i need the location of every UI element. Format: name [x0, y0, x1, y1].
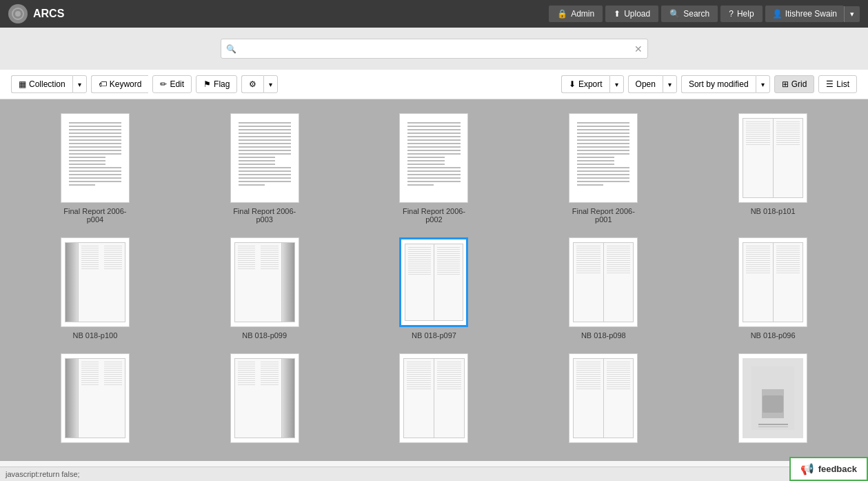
- grid-item[interactable]: Final Report 2006-p003: [190, 113, 339, 224]
- item-label: NB 018-p097: [412, 331, 456, 340]
- thumbnail[interactable]: [569, 353, 638, 443]
- thumbnail[interactable]: [399, 113, 468, 203]
- settings-caret[interactable]: ▾: [263, 75, 278, 93]
- search-clear-icon[interactable]: ✕: [634, 43, 643, 55]
- item-label: NB 018-p100: [72, 331, 117, 340]
- keyword-button[interactable]: 🏷 Keyword: [91, 75, 149, 93]
- grid-item[interactable]: [360, 353, 509, 447]
- edit-button[interactable]: ✏ Edit: [152, 75, 192, 93]
- open-dropdown: Open ▾: [628, 75, 677, 93]
- grid-item[interactable]: [21, 353, 170, 447]
- tag-icon: 🏷: [99, 79, 107, 89]
- grid-icon: ⊞: [782, 79, 789, 89]
- help-button[interactable]: ? Help: [720, 6, 762, 22]
- thumbnail[interactable]: [738, 237, 807, 327]
- grid-item[interactable]: NB 018-p099: [190, 237, 339, 340]
- export-caret[interactable]: ▾: [609, 75, 624, 93]
- svg-point-1: [15, 11, 21, 17]
- search-icon: 🔍: [669, 9, 680, 19]
- grid-item[interactable]: Final Report 2006-p004: [21, 113, 170, 224]
- main-content: Final Report 2006-p004 Final Report 2006…: [0, 99, 868, 461]
- navbar: ARCS 🔒 Admin ⬆ Upload 🔍 Search ? Help 👤 …: [0, 0, 868, 28]
- item-label: NB 018-p099: [242, 331, 287, 340]
- thumbnail[interactable]: [230, 353, 299, 443]
- toolbar: ▦ Collection ▾ 🏷 Keyword ✏ Edit ⚑ Flag ⚙…: [0, 70, 868, 99]
- search-input[interactable]: [221, 39, 648, 59]
- collection-icon: ▦: [19, 79, 26, 89]
- search-area: 🔍 ✕: [0, 28, 868, 70]
- thumbnail[interactable]: [230, 237, 299, 327]
- help-icon: ?: [729, 9, 734, 19]
- thumbnail[interactable]: [61, 353, 130, 443]
- sort-dropdown: Sort by modified ▾: [681, 75, 770, 93]
- thumbnail[interactable]: [399, 353, 468, 443]
- toolbar-left: ▦ Collection ▾ 🏷 Keyword ✏ Edit ⚑ Flag ⚙…: [11, 75, 278, 93]
- search-box: 🔍 ✕: [221, 39, 648, 59]
- brand: ARCS: [8, 4, 64, 23]
- collection-button[interactable]: ▦ Collection: [11, 75, 72, 93]
- item-label: NB 018-p101: [751, 207, 796, 215]
- upload-button[interactable]: ⬆ Upload: [605, 6, 658, 22]
- export-dropdown: ⬇ Export ▾: [561, 75, 624, 93]
- grid-view: Final Report 2006-p004 Final Report 2006…: [21, 113, 847, 447]
- thumbnail[interactable]: [738, 353, 807, 443]
- grid-item[interactable]: NB 018-p096: [698, 237, 847, 340]
- brand-name: ARCS: [33, 8, 64, 20]
- grid-item[interactable]: NB 018-p100: [21, 237, 170, 340]
- user-menu: 👤 Itishree Swain ▾: [765, 6, 860, 22]
- grid-item[interactable]: [698, 353, 847, 447]
- grid-item[interactable]: [529, 353, 678, 447]
- open-caret[interactable]: ▾: [663, 75, 677, 93]
- item-label: Final Report 2006-p001: [565, 207, 641, 224]
- upload-icon: ⬆: [614, 9, 620, 19]
- grid-item[interactable]: NB 018-p097: [360, 237, 509, 340]
- flag-icon: ⚑: [203, 79, 211, 89]
- item-label: Final Report 2006-p004: [57, 207, 133, 224]
- toolbar-right: ⬇ Export ▾ Open ▾ Sort by modified ▾ ⊞ G…: [561, 75, 857, 93]
- settings-button[interactable]: ⚙: [241, 75, 263, 93]
- item-label: Final Report 2006-p003: [227, 207, 303, 224]
- item-label: Final Report 2006-p002: [396, 207, 472, 224]
- grid-item[interactable]: Final Report 2006-p002: [360, 113, 509, 224]
- flag-button[interactable]: ⚑ Flag: [196, 75, 237, 93]
- pencil-icon: ✏: [160, 79, 167, 89]
- admin-button[interactable]: 🔒 Admin: [549, 6, 603, 22]
- navbar-actions: 🔒 Admin ⬆ Upload 🔍 Search ? Help 👤 Itish…: [549, 6, 860, 22]
- sort-caret[interactable]: ▾: [756, 75, 770, 93]
- feedback-button[interactable]: 📢 feedback: [789, 457, 868, 461]
- grid-item[interactable]: NB 018-p098: [529, 237, 678, 340]
- arcs-logo: [11, 7, 25, 21]
- collection-dropdown: ▦ Collection ▾: [11, 75, 87, 93]
- export-button[interactable]: ⬇ Export: [561, 75, 609, 93]
- item-label: NB 018-p096: [751, 331, 796, 340]
- thumbnail[interactable]: [738, 113, 807, 203]
- thumbnail[interactable]: [569, 113, 638, 203]
- export-icon: ⬇: [569, 79, 576, 89]
- list-icon: ☰: [826, 79, 834, 89]
- thumbnail[interactable]: [61, 113, 130, 203]
- thumbnail[interactable]: [230, 113, 299, 203]
- list-view-button[interactable]: ☰ List: [818, 75, 857, 93]
- open-button[interactable]: Open: [628, 75, 663, 93]
- collection-caret[interactable]: ▾: [72, 75, 87, 93]
- grid-view-button[interactable]: ⊞ Grid: [774, 75, 815, 93]
- item-label: NB 018-p098: [581, 331, 626, 340]
- settings-dropdown: ⚙ ▾: [241, 75, 278, 93]
- admin-icon: 🔒: [557, 9, 567, 19]
- sort-button[interactable]: Sort by modified: [681, 75, 756, 93]
- search-input-icon: 🔍: [226, 44, 236, 54]
- user-dropdown-caret[interactable]: ▾: [844, 6, 860, 22]
- search-button[interactable]: 🔍 Search: [661, 6, 718, 22]
- user-icon: 👤: [772, 9, 783, 19]
- gear-icon: ⚙: [249, 79, 256, 89]
- grid-item[interactable]: Final Report 2006-p001: [529, 113, 678, 224]
- brand-icon: [8, 4, 28, 23]
- keyword-dropdown: 🏷 Keyword: [91, 75, 149, 93]
- thumbnail[interactable]: [399, 237, 468, 327]
- thumbnail[interactable]: [61, 237, 130, 327]
- grid-item[interactable]: NB 018-p101: [698, 113, 847, 224]
- thumbnail[interactable]: [569, 237, 638, 327]
- grid-item[interactable]: [190, 353, 339, 447]
- user-name-button[interactable]: 👤 Itishree Swain: [765, 6, 844, 22]
